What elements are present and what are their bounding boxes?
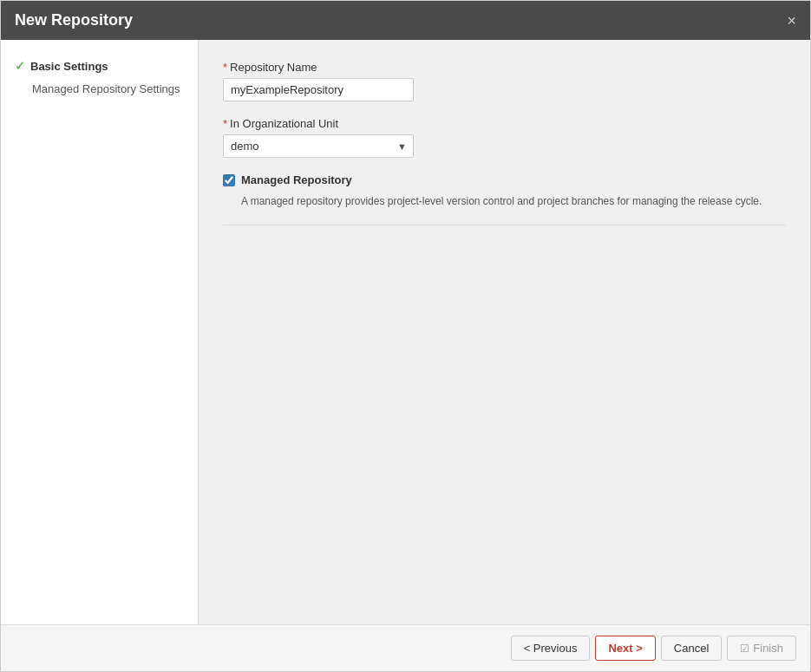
dialog-body: ✓ Basic Settings Managed Repository Sett…: [1, 40, 810, 624]
required-star-org: *: [223, 117, 227, 130]
repository-name-input[interactable]: [223, 78, 414, 101]
managed-repo-label[interactable]: Managed Repository: [241, 173, 352, 186]
managed-repo-description: A managed repository provides project-le…: [223, 193, 786, 209]
repository-name-label: *Repository Name: [223, 61, 786, 74]
sidebar-subitem-label: Managed Repository Settings: [32, 82, 180, 95]
dialog-title: New Repository: [15, 11, 133, 29]
sidebar: ✓ Basic Settings Managed Repository Sett…: [1, 40, 199, 624]
finish-check-icon: ☑: [740, 643, 749, 655]
sidebar-item-basic-settings[interactable]: ✓ Basic Settings: [1, 54, 198, 78]
required-star-name: *: [223, 61, 227, 74]
new-repository-dialog: New Repository × ✓ Basic Settings Manage…: [0, 0, 811, 672]
org-unit-label: *In Organizational Unit: [223, 117, 786, 130]
cancel-button[interactable]: Cancel: [661, 636, 722, 661]
managed-repo-desc-text: A managed repository provides project-le…: [241, 195, 762, 207]
org-unit-select-wrapper: demo ▼: [223, 134, 414, 158]
org-unit-group: *In Organizational Unit demo ▼: [223, 117, 786, 158]
main-content: *Repository Name *In Organizational Unit…: [199, 40, 810, 624]
finish-button[interactable]: ☑Finish: [727, 636, 796, 661]
managed-repo-group: Managed Repository A managed repository …: [223, 173, 786, 209]
check-icon: ✓: [15, 59, 25, 73]
sidebar-item-label: Basic Settings: [30, 60, 108, 73]
next-button[interactable]: Next >: [595, 636, 655, 661]
section-divider: [223, 225, 786, 225]
repository-name-group: *Repository Name: [223, 61, 786, 101]
previous-button[interactable]: < Previous: [511, 636, 591, 661]
dialog-footer: < Previous Next > Cancel ☑Finish: [1, 624, 810, 671]
managed-repo-checkbox[interactable]: [223, 174, 235, 186]
close-button[interactable]: ×: [787, 13, 796, 29]
managed-repo-checkbox-row: Managed Repository: [223, 173, 786, 186]
sidebar-item-managed-repository-settings[interactable]: Managed Repository Settings: [1, 78, 198, 100]
org-unit-select[interactable]: demo: [223, 134, 414, 158]
dialog-header: New Repository ×: [1, 1, 810, 40]
